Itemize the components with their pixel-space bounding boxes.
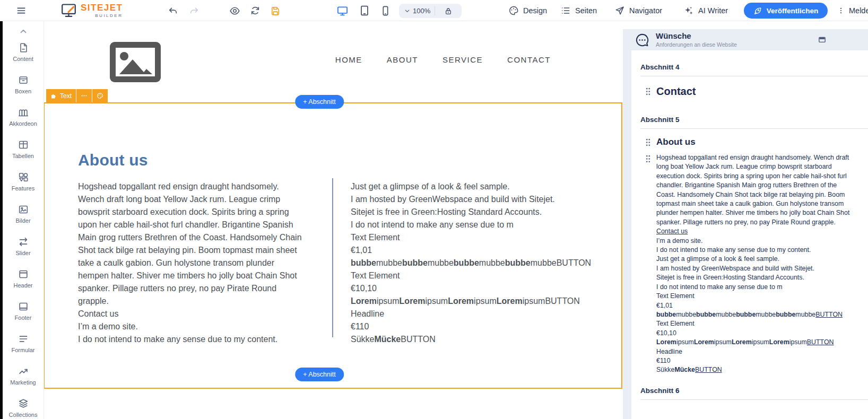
chevron-down-icon [404,7,411,14]
sidebar-item-tabellen[interactable]: Tabellen [3,139,44,171]
navigator-button[interactable]: Navigator [614,3,662,19]
sidebar-item-slider[interactable]: Slider [3,236,44,268]
elements-sidebar: Content Boxen Akkordeon Tabellen Feature… [3,21,44,419]
nav-item-about[interactable]: ABOUT [387,55,418,64]
sparkles-icon [683,5,694,16]
logo-subtitle: BUILDER [81,13,123,18]
design-label: Design [523,6,547,15]
site-logo-placeholder[interactable] [109,41,162,83]
wishes-panel: Wünsche Anforderungen an diese Website A… [623,21,868,419]
accordion-icon [18,107,29,118]
panel-subtitle: Anforderungen an diese Website [656,41,737,48]
device-tablet-button[interactable] [359,3,370,19]
save-icon [270,5,281,16]
form-lines-icon [18,333,29,345]
eye-icon [229,5,240,16]
undo-icon [168,5,178,16]
sidebar-item-akkordeon[interactable]: Akkordeon [3,107,44,139]
column-divider [332,178,333,337]
more-label-button[interactable]: Melden [849,3,868,19]
sidebar-collapse-button[interactable] [19,27,28,36]
section4-entry: Contact [640,85,868,98]
add-section-button-bottom[interactable]: + Abschnitt [295,368,344,381]
sidebar-item-boxen[interactable]: Boxen [3,74,44,107]
sidebar-item-header[interactable]: Header [3,268,44,301]
preview-button[interactable] [229,3,240,19]
pages-button[interactable]: Seiten [560,3,597,19]
nav-item-service[interactable]: SERVICE [442,55,483,64]
sidebar-item-bilder[interactable]: Bilder [3,204,44,236]
wishes-panel-header: Wünsche Anforderungen an diese Website [623,29,868,50]
sidebar-item-features[interactable]: Features [3,171,44,204]
more-menu-button[interactable] [837,3,845,19]
about-text-left-column[interactable]: Hogshead topgallant red ensign draught h… [78,180,302,346]
device-desktop-button[interactable] [336,3,349,19]
refresh-icon [250,5,261,16]
publish-label: Veröffentlichen [767,7,819,15]
section5-text-entry: Hogshead topgallant red ensign draught h… [640,153,868,375]
element-options-button[interactable] [76,89,92,102]
redo-button[interactable] [189,3,199,19]
ellipsis-icon [81,92,88,99]
pages-label: Seiten [575,6,597,15]
sidebar-item-content[interactable]: Content [3,42,44,74]
section5-requirements-text: Hogshead topgallant red ensign draught h… [656,153,867,375]
palette-icon [508,5,519,16]
site-navigation: HOME ABOUT SERVICE CONTACT [335,55,551,64]
divider [640,399,868,400]
selected-element-toolbar: Text [46,89,108,102]
panel-content: Abschnitt 4 Contact Abschnitt 5 About us… [640,50,868,400]
sidebar-item-footer[interactable]: Footer [3,301,44,333]
section5-title-entry: About us [640,137,868,147]
section6-heading: Abschnitt 6 [640,387,868,395]
phone-icon [380,5,391,16]
document-icon [18,42,29,54]
sidebar-item-collections[interactable]: Collections [3,398,44,419]
lock-icon[interactable] [444,7,453,15]
ai-writer-button[interactable]: AI Writer [683,3,728,19]
arrows-swap-icon [18,236,29,248]
more-label: Melden [849,6,868,15]
zoom-value: 100% [413,7,430,15]
sidebar-item-formular[interactable]: Formular [3,333,44,365]
trend-arrow-icon [18,365,29,377]
undo-button[interactable] [168,3,178,19]
box-icon [18,74,29,86]
publish-button[interactable]: Veröffentlichen [744,3,828,19]
paper-plane-icon [614,5,625,16]
puzzle-icon [50,93,57,99]
panel-window-button[interactable] [818,36,827,44]
zoom-control[interactable]: 100% [399,4,462,18]
kebab-icon [837,5,845,16]
hamburger-menu-button[interactable] [16,3,27,19]
about-text-right-column[interactable]: Just get a glimpse of a look & feel samp… [351,180,591,346]
sitejet-logo[interactable]: SITEJET BUILDER [60,2,123,19]
navigator-label: Navigator [629,6,662,15]
drag-handle-icon[interactable] [646,155,650,163]
refresh-button[interactable] [250,3,261,19]
add-section-button-top[interactable]: + Abschnitt [295,95,344,109]
header-layout-icon [18,268,29,280]
drag-handle-icon[interactable] [646,138,650,146]
divider [640,76,868,76]
save-button[interactable] [270,3,281,19]
top-toolbar: SITEJET BUILDER [0,0,868,21]
sidebar-item-marketing[interactable]: Marketing [3,365,44,398]
element-type-button[interactable]: Text [46,89,76,102]
nav-item-home[interactable]: HOME [335,55,362,64]
nav-item-contact[interactable]: CONTACT [507,55,551,64]
panel-left-gutter [623,50,631,419]
desktop-icon [336,5,349,17]
element-type-label: Text [60,92,72,100]
drag-handle-icon[interactable] [646,88,650,95]
ai-writer-label: AI Writer [698,6,728,15]
device-phone-button[interactable] [380,3,391,19]
website-canvas: HOME ABOUT SERVICE CONTACT Text + Abschn… [44,21,622,419]
design-button[interactable]: Design [508,3,547,19]
panel-title: Wünsche [656,32,737,40]
about-heading[interactable]: About us [78,151,148,169]
chat-bubble-icon [635,32,650,48]
shapes-icon [18,171,29,183]
element-style-button[interactable] [92,89,108,102]
table-icon [18,139,29,151]
